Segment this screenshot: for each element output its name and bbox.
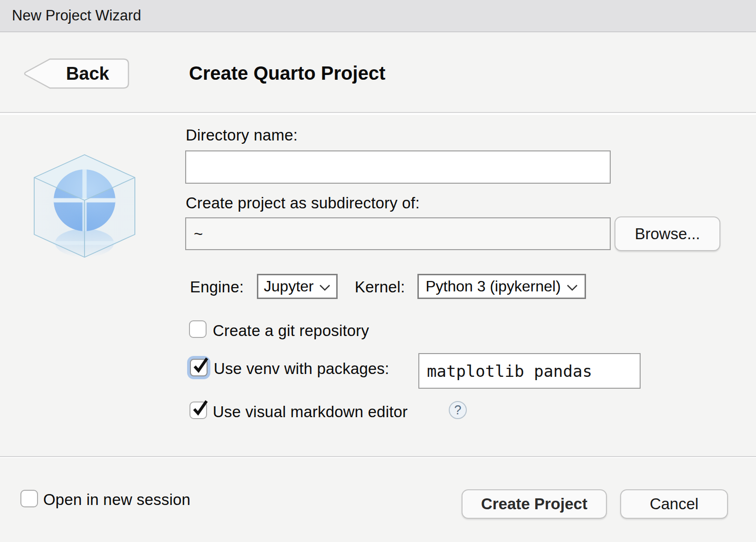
git-repository-checkbox[interactable] <box>189 320 207 338</box>
chevron-down-icon <box>319 284 331 291</box>
help-icon[interactable]: ? <box>449 401 467 419</box>
directory-name-label: Directory name: <box>186 126 298 144</box>
engine-dropdown[interactable]: Jupyter <box>257 274 338 299</box>
visual-editor-checkbox[interactable] <box>189 402 207 419</box>
subdirectory-label: Create project as subdirectory of: <box>186 194 420 212</box>
git-repository-label: Create a git repository <box>213 322 369 340</box>
open-new-session-checkbox[interactable] <box>20 490 38 507</box>
back-button[interactable]: Back <box>23 58 130 89</box>
create-project-button[interactable]: Create Project <box>462 489 607 519</box>
venv-packages-input[interactable] <box>418 353 641 389</box>
kernel-label: Kernel: <box>355 278 405 296</box>
checkmark-icon <box>192 357 209 374</box>
new-project-wizard-dialog: New Project Wizard Back Create Quarto Pr… <box>0 0 756 542</box>
dialog-title: New Project Wizard <box>12 7 141 24</box>
help-icon-glyph: ? <box>454 403 461 418</box>
subdirectory-input[interactable] <box>185 217 611 250</box>
directory-name-input[interactable] <box>185 150 611 184</box>
open-new-session-label: Open in new session <box>43 491 190 509</box>
visual-editor-label: Use visual markdown editor <box>213 403 408 421</box>
engine-selected-value: Jupyter <box>264 278 314 295</box>
chevron-down-icon <box>567 284 578 291</box>
kernel-selected-value: Python 3 (ipykernel) <box>425 278 561 295</box>
page-title: Create Quarto Project <box>189 63 385 84</box>
venv-label: Use venv with packages: <box>214 360 389 378</box>
cancel-button[interactable]: Cancel <box>620 489 728 519</box>
kernel-dropdown[interactable]: Python 3 (ipykernel) <box>417 274 586 299</box>
engine-label: Engine: <box>190 278 244 296</box>
back-button-label: Back <box>51 58 124 89</box>
checkmark-icon <box>191 400 208 417</box>
dialog-titlebar: New Project Wizard <box>0 0 756 32</box>
browse-button[interactable]: Browse... <box>614 216 720 251</box>
wizard-footer: Open in new session Create Project Cance… <box>0 457 756 542</box>
venv-checkbox[interactable] <box>190 359 208 376</box>
wizard-header: Back Create Quarto Project <box>0 33 756 113</box>
quarto-logo <box>24 146 146 270</box>
